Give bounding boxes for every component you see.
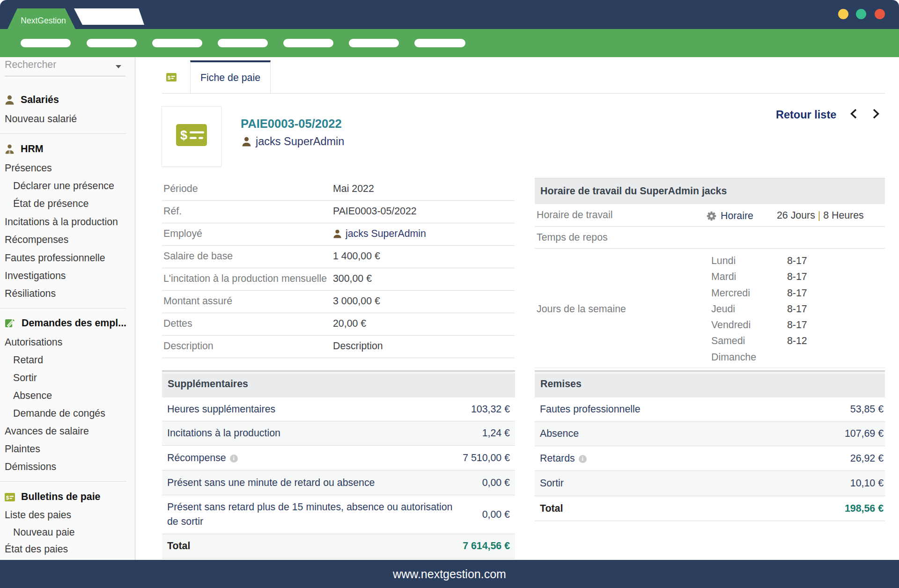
svg-text:$: $ [180,128,187,142]
svg-text:$: $ [6,494,9,500]
svg-text:$: $ [168,75,170,81]
